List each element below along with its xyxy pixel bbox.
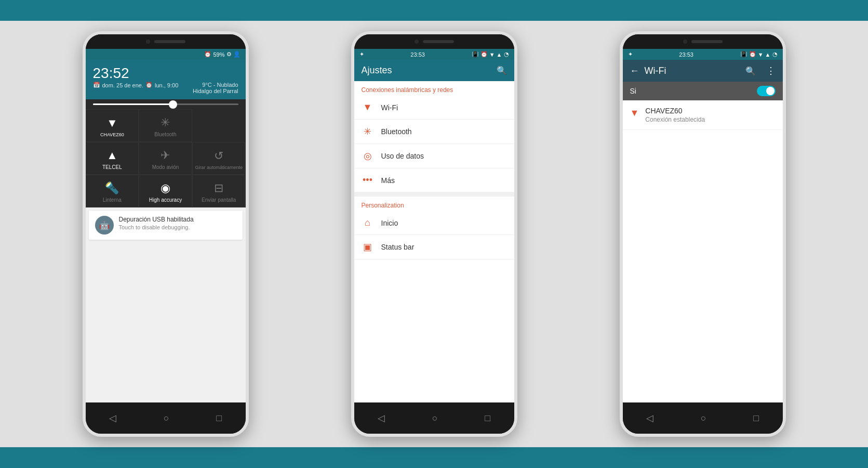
phone2-status-icons: 📳 ⏰ ▼ ▲ ◔ (472, 51, 509, 58)
phone2-signal-icon: ▲ (497, 51, 502, 58)
settings-title: Ajustes (362, 65, 392, 76)
quick-tile-flashlight[interactable]: 🔦 Linterna (86, 175, 139, 207)
signal-tile-icon: ▲ (106, 149, 118, 162)
phone1-camera (146, 40, 150, 44)
quick-tile-rotate[interactable]: ↺ Girar automáticamente (192, 142, 246, 175)
settings-item-bluetooth[interactable]: ✳ Bluetooth (354, 120, 514, 144)
quick-tile-cast[interactable]: ⊟ Enviar pantalla (192, 175, 246, 207)
wifi-search-icon[interactable]: 🔍 (745, 66, 756, 76)
wifi-settings-label: Wi-Fi (381, 103, 398, 112)
location-tile-icon: ◉ (161, 181, 170, 195)
phone3-back-btn[interactable]: ◁ (646, 412, 653, 424)
statusbar-settings-label: Status bar (381, 243, 415, 251)
rotate-tile-label: Girar automáticamente (195, 165, 243, 170)
wifi-back-icon[interactable]: ← (630, 66, 639, 76)
settings-item-wifi[interactable]: ▼ Wi-Fi (354, 96, 514, 120)
more-settings-icon: ••• (362, 175, 374, 186)
settings-item-statusbar[interactable]: ▣ Status bar (354, 235, 514, 259)
bluetooth-tile-icon: ✳ (161, 116, 170, 129)
wifi-toggle[interactable] (757, 86, 776, 96)
phone1-recents-btn[interactable]: □ (216, 413, 222, 424)
wifi-title: Wi-Fi (645, 66, 740, 76)
phone2-vibrate-icon: 📳 (472, 51, 479, 58)
settings-item-data[interactable]: ◎ Uso de datos (354, 144, 514, 168)
wifi-toggle-row[interactable]: Si (623, 82, 783, 100)
notif-usb-title: Depuración USB habilitada (119, 216, 194, 223)
phone2: ✦ 23:53 📳 ⏰ ▼ ▲ ◔ Ajustes 🔍 Conexiones i… (351, 31, 517, 437)
phone2-home-btn[interactable]: ○ (432, 413, 438, 424)
bluetooth-settings-icon: ✳ (362, 126, 374, 137)
quick-tile-telcel[interactable]: ▲ TELCEL (86, 142, 139, 175)
phone1-screen: ⏰ 59% ⚙ 👤 23:52 📅 dom. 25 de ene. ⏰ lun.… (86, 49, 246, 402)
airplane-tile-icon: ✈ (161, 149, 170, 162)
airplane-tile-label: Modo avión (152, 164, 179, 170)
wifi-network-chavez60[interactable]: ▼ CHAVEZ60 Conexión establecida (623, 100, 783, 130)
phone2-bottom: ◁ ○ □ (354, 402, 514, 434)
phone1-date-row: 📅 dom. 25 de ene. ⏰ lun., 9:00 9°C - Nub… (93, 82, 238, 94)
phone1-top (86, 34, 246, 49)
notif-card-usb[interactable]: 🤖 Depuración USB habilitada Touch to dis… (89, 211, 243, 240)
calendar-icon: 📅 (93, 82, 100, 88)
phone1-status-bar: ⏰ 59% ⚙ 👤 (86, 49, 246, 60)
more-settings-label: Más (381, 176, 395, 185)
phone2-time: 23:53 (410, 51, 425, 58)
quick-tile-wifi[interactable]: ▼ CHAVEZ60 (86, 109, 139, 142)
phone3-wifi-icon: ▼ (758, 51, 764, 58)
home-settings-label: Inicio (381, 219, 398, 227)
wifi-body: ▼ CHAVEZ60 Conexión establecida (623, 100, 783, 402)
phone1-time: 23:52 (93, 66, 238, 81)
notif-body: 🤖 Depuración USB habilitada Touch to dis… (86, 207, 246, 402)
phone3-top (623, 34, 783, 49)
settings-icon: ⚙ (226, 51, 232, 58)
phone3-signal-icon: ▲ (765, 51, 771, 58)
phone2-recents-btn[interactable]: □ (485, 413, 490, 424)
phone3-recents-btn[interactable]: □ (753, 413, 759, 424)
phone1: ⏰ 59% ⚙ 👤 23:52 📅 dom. 25 de ene. ⏰ lun.… (83, 31, 249, 437)
phone3: ✦ 23:53 📳 ⏰ ▼ ▲ ◔ ← Wi-Fi 🔍 ⋮ Si (620, 31, 786, 437)
cast-tile-icon: ⊟ (214, 181, 223, 195)
settings-personal-header: Personalization (354, 197, 514, 211)
notif-usb-subtitle: Touch to disable debugging. (119, 224, 194, 230)
location-tile-label: High accuracy (149, 197, 182, 203)
wifi-network-name: CHAVEZ60 (645, 107, 705, 115)
quick-tile-bluetooth[interactable]: ✳ Bluetooth (139, 109, 192, 142)
notif-usb-icon: 🤖 (95, 216, 114, 235)
phone3-battery-icon: ◔ (772, 51, 778, 58)
phone3-header: ← Wi-Fi 🔍 ⋮ (623, 60, 783, 82)
settings-search-icon[interactable]: 🔍 (497, 66, 507, 75)
brightness-track (93, 103, 238, 105)
phone2-back-btn[interactable]: ◁ (378, 412, 385, 424)
phone3-carrier-icon: ✦ (628, 51, 633, 58)
main-content: ⏰ 59% ⚙ 👤 23:52 📅 dom. 25 de ene. ⏰ lun.… (0, 21, 868, 447)
flashlight-tile-label: Linterna (103, 197, 122, 203)
phone3-home-btn[interactable]: ○ (701, 413, 706, 424)
avatar-icon: 👤 (233, 51, 241, 58)
rotate-tile-icon: ↺ (214, 149, 223, 163)
phone3-bottom: ◁ ○ □ (623, 402, 783, 434)
phone2-alarm-icon: ⏰ (480, 51, 488, 58)
brightness-row[interactable] (86, 99, 246, 109)
quick-tile-airplane[interactable]: ✈ Modo avión (139, 142, 192, 175)
phone2-top (354, 34, 514, 49)
phone3-speaker (691, 40, 723, 43)
phone1-bottom: ◁ ○ □ (86, 402, 246, 434)
phone2-status-bar: ✦ 23:53 📳 ⏰ ▼ ▲ ◔ (354, 49, 514, 60)
quick-tile-location[interactable]: ◉ High accuracy (139, 175, 192, 207)
phone2-speaker (423, 40, 454, 43)
bluetooth-settings-label: Bluetooth (381, 127, 412, 136)
wifi-toggle-label: Si (630, 87, 636, 95)
top-accent-bar (0, 0, 868, 21)
wifi-more-icon[interactable]: ⋮ (766, 65, 776, 76)
phone3-screen: ✦ 23:53 📳 ⏰ ▼ ▲ ◔ ← Wi-Fi 🔍 ⋮ Si (623, 49, 783, 402)
settings-item-home[interactable]: ⌂ Inicio (354, 211, 514, 235)
phone2-wifi-icon: ▼ (489, 51, 495, 58)
notif-usb-text: Depuración USB habilitada Touch to disab… (119, 216, 194, 230)
home-settings-icon: ⌂ (362, 217, 374, 228)
settings-item-more[interactable]: ••• Más (354, 168, 514, 192)
settings-wireless-header: Conexiones inalámbricas y redes (354, 81, 514, 96)
phone2-header: Ajustes 🔍 (354, 60, 514, 81)
clock-icon: ⏰ (204, 51, 211, 58)
phone1-back-btn[interactable]: ◁ (109, 412, 116, 424)
settings-body: Conexiones inalámbricas y redes ▼ Wi-Fi … (354, 81, 514, 402)
phone1-home-btn[interactable]: ○ (164, 413, 169, 424)
